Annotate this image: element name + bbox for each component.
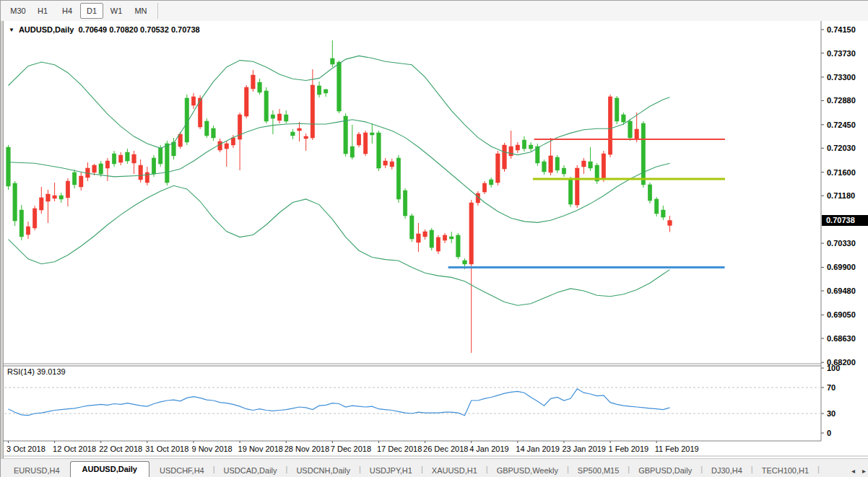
timeframe-button-h1[interactable]: H1 [31,3,54,19]
candle-body [218,141,222,150]
rsi-tick-label: 30 [827,409,836,418]
chart-tab-usdchf-h4[interactable]: USDCHF,H4 [151,463,213,477]
price-tick-label: 0.73730 [827,49,856,58]
candle-body [635,129,639,139]
tab-scroll-right-icon[interactable]: ▸ [862,467,866,475]
candle-body [165,144,170,183]
candle-body [26,227,30,235]
candle-body [582,161,586,167]
price-chart-canvas[interactable]: 0.741500.737300.733000.728800.724500.720… [3,21,868,458]
chart-tab-usdcad-daily[interactable]: USDCAD,Daily [215,463,286,477]
candle-body [291,132,295,136]
candle-body [152,158,156,174]
time-tick-label: 28 Nov 2018 [285,445,329,453]
candle-body [443,235,447,240]
time-tick-label: 22 Oct 2018 [99,445,142,453]
timeframe-button-mn[interactable]: MN [129,3,152,19]
candle-body [311,85,315,138]
price-axis: 0.741500.737300.733000.728800.724500.720… [821,25,856,367]
chart-tab-sp500-m15[interactable]: SP500,M15 [569,463,628,477]
candle-body [522,140,526,149]
candle-body [337,62,342,111]
candle-body [112,154,116,164]
time-tick-label: 17 Dec 2018 [377,445,422,453]
candle-body [344,116,348,154]
candle-body [668,220,672,225]
candle-body [396,158,401,199]
candle-body [628,121,633,138]
chart-tab-xauusd-h1[interactable]: XAUUSD,H1 [423,463,486,477]
chart-tab-gbpusd-daily[interactable]: GBPUSD,Daily [630,463,700,477]
candle-body [317,86,321,95]
timeframe-button-w1[interactable]: W1 [105,3,128,19]
candle-body [225,144,229,149]
chart-tab-dj30-h4[interactable]: DJ30,H4 [703,463,751,477]
candle-body [608,97,612,154]
chart-tabs: EURUSD,H4AUDUSD,DailyUSDCHF,H4|USDCAD,Da… [5,461,828,477]
candle-body [324,89,328,93]
candle-body [92,165,97,172]
candle-body [99,164,103,174]
candle-body [46,194,51,201]
time-tick-label: 9 Nov 2018 [191,445,232,453]
candle-body [118,155,123,162]
candle-body [66,181,70,198]
candle-body [304,136,308,139]
timeframe-button-m30[interactable]: M30 [6,3,30,19]
candle-body [105,161,110,168]
price-tick-label: 0.71180 [827,191,855,200]
toolbar-separator [157,3,158,19]
chart-tab-audusd-daily[interactable]: AUDUSD,Daily [70,461,149,477]
chart-tab-tech100-h1[interactable]: TECH100,H1 [753,463,817,477]
candle-body [430,230,434,248]
chevron-down-icon[interactable]: ▼ [9,27,14,33]
candle-body [496,154,500,183]
chart-tab-bar: EURUSD,H4AUDUSD,DailyUSDCHF,H4|USDCAD,Da… [1,458,868,477]
candle-body [172,142,176,156]
candle-body [59,196,64,199]
chart-title: ▼AUDUSD,Daily 0.70649 0.70820 0.70532 0.… [9,25,200,34]
candle-body [436,237,440,251]
chart-window: 0.741500.737300.733000.728800.724500.720… [1,21,868,458]
candle-body [390,162,394,167]
candle-body [271,115,275,118]
tab-scroll-left-icon[interactable]: ◂ [851,467,855,475]
current-price-label: 0.70738 [826,216,855,224]
candle-body [469,203,474,264]
price-tick-label: 0.71600 [827,168,856,177]
chart-tab-usdcnh-daily[interactable]: USDCNH,Daily [287,463,359,477]
candle-body [178,134,183,146]
candle-body [403,191,407,216]
price-tick-label: 0.72450 [827,121,856,129]
candle-body [126,152,130,161]
candle-body [363,133,368,154]
chart-tab-usdjpy-h1[interactable]: USDJPY,H1 [361,463,421,477]
candle-body [641,123,646,185]
timeframe-button-h4[interactable]: H4 [56,3,79,19]
candle-body [212,128,216,138]
time-tick-label: 14 Jan 2019 [516,445,560,453]
chart-tab-ui[interactable]: UI [820,463,828,477]
chart-tab-eurusd-h4[interactable]: EURUSD,H4 [5,463,69,477]
candle-body [622,115,626,122]
candle-body [132,154,136,163]
candle-body [258,82,262,92]
price-tick-label: 0.72030 [827,144,856,152]
chart-tab-gbpusd-weekly[interactable]: GBPUSD,Weekly [488,463,567,477]
candle-body [661,210,666,217]
candle-body [357,134,361,145]
candle-body [32,209,37,228]
candle-body [449,237,453,239]
candle-body [19,210,24,237]
timeframe-button-d1[interactable]: D1 [80,3,103,19]
candle-body [205,121,209,136]
price-tick-label: 0.68630 [827,334,856,343]
candle-body [370,133,375,135]
candle-body [503,145,507,169]
candle-body [79,176,84,187]
candle-body [654,199,659,214]
candle-body [529,145,533,149]
price-tick-label: 0.73300 [827,73,856,82]
candle-body [509,146,513,156]
candle-body [251,75,256,89]
